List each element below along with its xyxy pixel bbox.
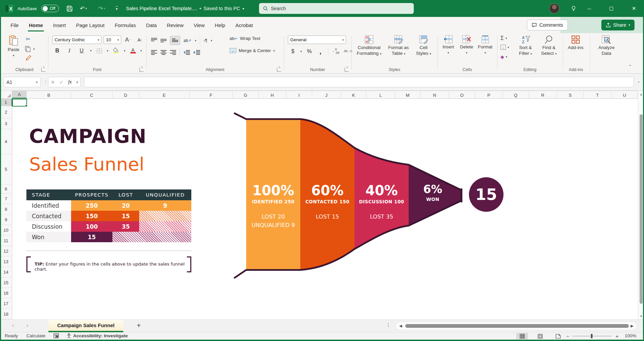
italic-button[interactable]: I <box>66 47 73 55</box>
stage-cell[interactable]: Identified <box>26 200 71 211</box>
stage-cell[interactable]: Won <box>26 232 71 242</box>
sheet-options-dots-icon[interactable]: ⋮ <box>386 322 391 327</box>
ribbon-tab-acrobat[interactable]: Acrobat <box>230 17 258 33</box>
row-header-10[interactable]: 10 <box>0 225 12 235</box>
table-row-won[interactable]: Won15 <box>26 232 191 242</box>
lightbulb-icon[interactable] <box>571 0 576 17</box>
column-header-r[interactable]: R <box>529 91 557 98</box>
page-layout-view-button[interactable] <box>534 333 546 339</box>
orientation-button[interactable]: ab↗ <box>184 38 191 43</box>
text-direction-chevron-icon[interactable]: ▾ <box>211 39 212 42</box>
fill-color-button[interactable] <box>113 47 119 54</box>
ribbon-tab-help[interactable]: Help <box>210 17 230 33</box>
next-sheet-icon[interactable]: › <box>26 322 28 328</box>
column-header-a[interactable]: A <box>12 91 27 98</box>
column-header-e[interactable]: E <box>139 91 190 98</box>
merge-center-button[interactable]: ↔ Merge & Center ▾ <box>230 48 275 53</box>
hatched-cell[interactable] <box>139 211 191 221</box>
page-break-view-button[interactable] <box>552 333 564 339</box>
ribbon-tab-insert[interactable]: Insert <box>48 17 71 33</box>
scroll-down-icon[interactable]: ▼ <box>640 315 643 318</box>
close-button[interactable]: ✕ <box>632 0 636 17</box>
column-header-b[interactable]: B <box>27 91 71 98</box>
alignment-dialog-launcher[interactable] <box>277 68 281 72</box>
ribbon-tab-formulas[interactable]: Formulas <box>110 17 141 33</box>
stage-cell[interactable]: Contacted <box>26 211 71 221</box>
ribbon-tab-review[interactable]: Review <box>162 17 189 33</box>
scroll-up-icon[interactable]: ▲ <box>640 93 643 96</box>
hatched-cell[interactable] <box>112 232 191 242</box>
addins-button[interactable]: Add-ins <box>565 33 586 51</box>
value-cell[interactable]: 20 <box>112 200 139 211</box>
row-header-4[interactable]: 4 <box>0 129 12 154</box>
cell-styles-button[interactable]: CellStyles ▾ <box>412 33 435 56</box>
borders-icon[interactable] <box>96 48 102 53</box>
copy-button[interactable]: ▾ <box>25 46 35 52</box>
row-header-14[interactable]: 14 <box>0 267 12 277</box>
align-middle-icon[interactable] <box>160 38 167 43</box>
row-header-15[interactable]: 15 <box>0 277 12 288</box>
column-header-f[interactable]: F <box>190 91 233 98</box>
fx-chevron-icon[interactable]: ▾ <box>77 81 78 84</box>
sheet-canvas[interactable]: CAMPAIGN Sales Funnel STAGEPROSPECTSLOST… <box>12 99 638 319</box>
accessibility-icon[interactable] <box>66 333 71 339</box>
table-row-identified[interactable]: Identified250209 <box>26 200 191 211</box>
row-header-16[interactable]: 16 <box>0 288 12 298</box>
increase-font-button[interactable]: A＾ <box>125 36 132 44</box>
font-color-chevron-icon[interactable]: ▾ <box>141 49 142 52</box>
row-header-5[interactable]: 5 <box>0 154 12 185</box>
clipboard-dialog-launcher[interactable] <box>41 68 45 72</box>
row-header-12[interactable]: 12 <box>0 246 12 256</box>
table-row-contacted[interactable]: Contacted15015 <box>26 211 191 221</box>
customize-quick-access-icon[interactable]: ▾ <box>116 0 118 17</box>
macro-record-icon[interactable] <box>53 333 59 339</box>
column-header-s[interactable]: S <box>557 91 584 98</box>
insert-cells-button[interactable]: Insert▾ <box>439 33 457 55</box>
increase-indent-icon[interactable] <box>193 50 200 55</box>
row-header-7[interactable]: 7 <box>0 194 12 204</box>
paste-button[interactable]: Paste ▾ <box>5 33 22 58</box>
column-header-h[interactable]: H <box>259 91 286 98</box>
sort-filter-button[interactable]: AZ Sort &Filter ▾ <box>515 33 536 56</box>
value-cell[interactable]: 15 <box>71 232 112 242</box>
currency-format-button[interactable]: $ <box>289 47 297 55</box>
new-sheet-button[interactable]: + <box>137 322 141 329</box>
ribbon-tab-file[interactable]: File <box>5 17 24 33</box>
decrease-indent-icon[interactable] <box>183 50 190 55</box>
borders-chevron-icon[interactable]: ▾ <box>107 49 109 52</box>
ribbon-tab-page-layout[interactable]: Page Layout <box>71 17 109 33</box>
align-center-icon[interactable] <box>160 50 167 55</box>
hatched-cell[interactable] <box>139 221 191 232</box>
underline-chevron-icon[interactable]: ▾ <box>90 49 92 52</box>
confirm-entry-icon[interactable]: ✓ <box>59 79 63 85</box>
bold-button[interactable]: B <box>53 47 61 55</box>
insert-function-icon[interactable]: fx <box>68 79 72 85</box>
zoom-level[interactable]: 100% <box>625 333 637 338</box>
clear-button[interactable]: ◆▾ <box>500 54 507 60</box>
percent-format-button[interactable]: % <box>306 47 313 55</box>
column-header-u[interactable]: U <box>611 91 638 98</box>
zoom-in-button[interactable]: + <box>616 333 619 339</box>
row-header-11[interactable]: 11 <box>0 235 12 246</box>
row-header-17[interactable]: 17 <box>0 298 12 309</box>
scroll-right-icon[interactable]: ▶ <box>631 324 634 328</box>
prev-sheet-icon[interactable]: ‹ <box>12 322 14 328</box>
cut-button[interactable]: ✂ <box>26 36 30 42</box>
column-header-i[interactable]: I <box>286 91 312 98</box>
column-header-o[interactable]: O <box>449 91 475 98</box>
column-header-t[interactable]: T <box>584 91 611 98</box>
value-cell[interactable]: 35 <box>112 221 139 232</box>
column-header-l[interactable]: L <box>366 91 395 98</box>
ribbon-tab-data[interactable]: Data <box>141 17 162 33</box>
font-dialog-launcher[interactable] <box>139 68 144 72</box>
document-title[interactable]: Sales Pipeline Excel Template.... • Save… <box>126 0 244 17</box>
fill-color-chevron-icon[interactable]: ▾ <box>124 49 126 52</box>
autosave-toggle[interactable]: Off <box>41 0 59 17</box>
maximize-button[interactable] <box>609 0 613 17</box>
text-direction-button[interactable]: ›¶ <box>203 38 207 43</box>
align-left-icon[interactable] <box>151 50 157 55</box>
delete-cells-button[interactable]: Delete▾ <box>458 33 475 55</box>
accessibility-status[interactable]: Accessibility: Investigate <box>73 333 128 338</box>
select-all-corner[interactable] <box>0 91 12 99</box>
autosum-button[interactable]: Σ▾ <box>500 35 507 41</box>
